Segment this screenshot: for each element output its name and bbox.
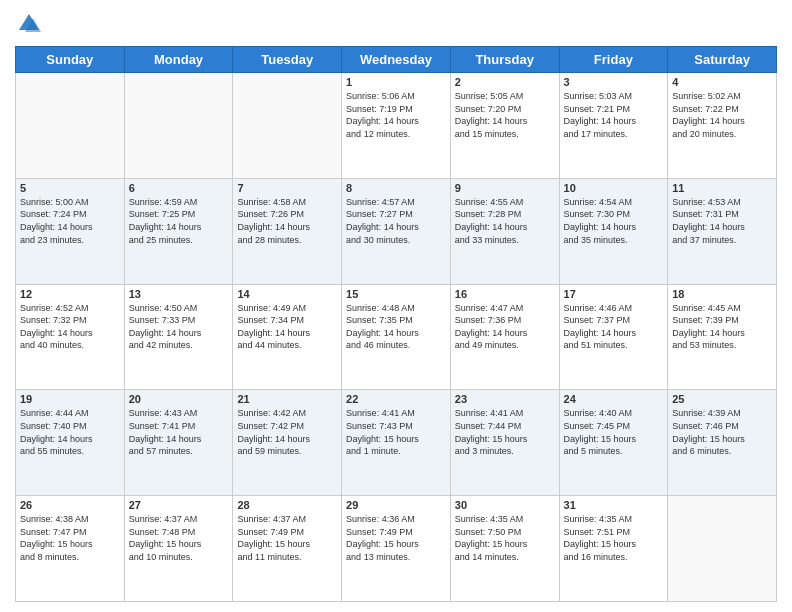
- day-number: 29: [346, 499, 446, 511]
- calendar-cell: 18Sunrise: 4:45 AM Sunset: 7:39 PM Dayli…: [668, 284, 777, 390]
- weekday-header-friday: Friday: [559, 47, 668, 73]
- calendar-cell: 26Sunrise: 4:38 AM Sunset: 7:47 PM Dayli…: [16, 496, 125, 602]
- calendar-week-row: 1Sunrise: 5:06 AM Sunset: 7:19 PM Daylig…: [16, 73, 777, 179]
- calendar-cell: 2Sunrise: 5:05 AM Sunset: 7:20 PM Daylig…: [450, 73, 559, 179]
- day-number: 13: [129, 288, 229, 300]
- logo-icon: [15, 10, 43, 38]
- day-number: 17: [564, 288, 664, 300]
- calendar-cell: 8Sunrise: 4:57 AM Sunset: 7:27 PM Daylig…: [342, 178, 451, 284]
- day-number: 14: [237, 288, 337, 300]
- calendar-week-row: 12Sunrise: 4:52 AM Sunset: 7:32 PM Dayli…: [16, 284, 777, 390]
- day-content: Sunrise: 4:54 AM Sunset: 7:30 PM Dayligh…: [564, 196, 664, 246]
- header: [15, 10, 777, 38]
- day-number: 16: [455, 288, 555, 300]
- calendar-cell: 25Sunrise: 4:39 AM Sunset: 7:46 PM Dayli…: [668, 390, 777, 496]
- day-number: 12: [20, 288, 120, 300]
- calendar-cell: 27Sunrise: 4:37 AM Sunset: 7:48 PM Dayli…: [124, 496, 233, 602]
- day-content: Sunrise: 4:49 AM Sunset: 7:34 PM Dayligh…: [237, 302, 337, 352]
- day-content: Sunrise: 5:05 AM Sunset: 7:20 PM Dayligh…: [455, 90, 555, 140]
- day-number: 11: [672, 182, 772, 194]
- weekday-header-wednesday: Wednesday: [342, 47, 451, 73]
- calendar-cell: 29Sunrise: 4:36 AM Sunset: 7:49 PM Dayli…: [342, 496, 451, 602]
- day-number: 24: [564, 393, 664, 405]
- day-number: 18: [672, 288, 772, 300]
- day-number: 10: [564, 182, 664, 194]
- day-number: 4: [672, 76, 772, 88]
- day-number: 31: [564, 499, 664, 511]
- day-content: Sunrise: 4:55 AM Sunset: 7:28 PM Dayligh…: [455, 196, 555, 246]
- calendar-cell: [16, 73, 125, 179]
- day-number: 28: [237, 499, 337, 511]
- day-content: Sunrise: 5:02 AM Sunset: 7:22 PM Dayligh…: [672, 90, 772, 140]
- day-number: 9: [455, 182, 555, 194]
- day-number: 25: [672, 393, 772, 405]
- calendar-cell: 13Sunrise: 4:50 AM Sunset: 7:33 PM Dayli…: [124, 284, 233, 390]
- day-content: Sunrise: 4:45 AM Sunset: 7:39 PM Dayligh…: [672, 302, 772, 352]
- day-content: Sunrise: 4:48 AM Sunset: 7:35 PM Dayligh…: [346, 302, 446, 352]
- calendar-cell: [124, 73, 233, 179]
- day-content: Sunrise: 4:38 AM Sunset: 7:47 PM Dayligh…: [20, 513, 120, 563]
- day-content: Sunrise: 4:41 AM Sunset: 7:43 PM Dayligh…: [346, 407, 446, 457]
- day-number: 2: [455, 76, 555, 88]
- day-content: Sunrise: 4:44 AM Sunset: 7:40 PM Dayligh…: [20, 407, 120, 457]
- day-content: Sunrise: 5:03 AM Sunset: 7:21 PM Dayligh…: [564, 90, 664, 140]
- day-content: Sunrise: 4:52 AM Sunset: 7:32 PM Dayligh…: [20, 302, 120, 352]
- day-content: Sunrise: 4:57 AM Sunset: 7:27 PM Dayligh…: [346, 196, 446, 246]
- calendar-cell: 17Sunrise: 4:46 AM Sunset: 7:37 PM Dayli…: [559, 284, 668, 390]
- calendar-cell: 12Sunrise: 4:52 AM Sunset: 7:32 PM Dayli…: [16, 284, 125, 390]
- calendar-week-row: 5Sunrise: 5:00 AM Sunset: 7:24 PM Daylig…: [16, 178, 777, 284]
- calendar-cell: 5Sunrise: 5:00 AM Sunset: 7:24 PM Daylig…: [16, 178, 125, 284]
- day-number: 21: [237, 393, 337, 405]
- day-content: Sunrise: 4:37 AM Sunset: 7:49 PM Dayligh…: [237, 513, 337, 563]
- day-content: Sunrise: 4:41 AM Sunset: 7:44 PM Dayligh…: [455, 407, 555, 457]
- calendar-cell: 1Sunrise: 5:06 AM Sunset: 7:19 PM Daylig…: [342, 73, 451, 179]
- day-content: Sunrise: 4:59 AM Sunset: 7:25 PM Dayligh…: [129, 196, 229, 246]
- day-content: Sunrise: 5:00 AM Sunset: 7:24 PM Dayligh…: [20, 196, 120, 246]
- calendar-page: SundayMondayTuesdayWednesdayThursdayFrid…: [0, 0, 792, 612]
- calendar-cell: 10Sunrise: 4:54 AM Sunset: 7:30 PM Dayli…: [559, 178, 668, 284]
- calendar-cell: 19Sunrise: 4:44 AM Sunset: 7:40 PM Dayli…: [16, 390, 125, 496]
- day-content: Sunrise: 4:35 AM Sunset: 7:51 PM Dayligh…: [564, 513, 664, 563]
- calendar-cell: 30Sunrise: 4:35 AM Sunset: 7:50 PM Dayli…: [450, 496, 559, 602]
- calendar-cell: [668, 496, 777, 602]
- calendar-cell: 11Sunrise: 4:53 AM Sunset: 7:31 PM Dayli…: [668, 178, 777, 284]
- day-content: Sunrise: 4:50 AM Sunset: 7:33 PM Dayligh…: [129, 302, 229, 352]
- day-content: Sunrise: 4:46 AM Sunset: 7:37 PM Dayligh…: [564, 302, 664, 352]
- day-number: 6: [129, 182, 229, 194]
- day-content: Sunrise: 4:43 AM Sunset: 7:41 PM Dayligh…: [129, 407, 229, 457]
- day-content: Sunrise: 4:40 AM Sunset: 7:45 PM Dayligh…: [564, 407, 664, 457]
- weekday-header-thursday: Thursday: [450, 47, 559, 73]
- calendar-week-row: 19Sunrise: 4:44 AM Sunset: 7:40 PM Dayli…: [16, 390, 777, 496]
- weekday-header-saturday: Saturday: [668, 47, 777, 73]
- calendar-cell: 14Sunrise: 4:49 AM Sunset: 7:34 PM Dayli…: [233, 284, 342, 390]
- day-number: 22: [346, 393, 446, 405]
- calendar-cell: 7Sunrise: 4:58 AM Sunset: 7:26 PM Daylig…: [233, 178, 342, 284]
- calendar-cell: 15Sunrise: 4:48 AM Sunset: 7:35 PM Dayli…: [342, 284, 451, 390]
- weekday-header-row: SundayMondayTuesdayWednesdayThursdayFrid…: [16, 47, 777, 73]
- calendar-cell: 31Sunrise: 4:35 AM Sunset: 7:51 PM Dayli…: [559, 496, 668, 602]
- calendar-cell: 28Sunrise: 4:37 AM Sunset: 7:49 PM Dayli…: [233, 496, 342, 602]
- calendar-cell: 22Sunrise: 4:41 AM Sunset: 7:43 PM Dayli…: [342, 390, 451, 496]
- day-number: 8: [346, 182, 446, 194]
- calendar-cell: 3Sunrise: 5:03 AM Sunset: 7:21 PM Daylig…: [559, 73, 668, 179]
- day-number: 3: [564, 76, 664, 88]
- calendar-cell: 9Sunrise: 4:55 AM Sunset: 7:28 PM Daylig…: [450, 178, 559, 284]
- calendar-table: SundayMondayTuesdayWednesdayThursdayFrid…: [15, 46, 777, 602]
- day-number: 5: [20, 182, 120, 194]
- day-content: Sunrise: 4:58 AM Sunset: 7:26 PM Dayligh…: [237, 196, 337, 246]
- day-content: Sunrise: 5:06 AM Sunset: 7:19 PM Dayligh…: [346, 90, 446, 140]
- day-number: 23: [455, 393, 555, 405]
- calendar-week-row: 26Sunrise: 4:38 AM Sunset: 7:47 PM Dayli…: [16, 496, 777, 602]
- weekday-header-sunday: Sunday: [16, 47, 125, 73]
- calendar-cell: 6Sunrise: 4:59 AM Sunset: 7:25 PM Daylig…: [124, 178, 233, 284]
- calendar-cell: 21Sunrise: 4:42 AM Sunset: 7:42 PM Dayli…: [233, 390, 342, 496]
- day-number: 27: [129, 499, 229, 511]
- day-content: Sunrise: 4:42 AM Sunset: 7:42 PM Dayligh…: [237, 407, 337, 457]
- weekday-header-monday: Monday: [124, 47, 233, 73]
- day-content: Sunrise: 4:36 AM Sunset: 7:49 PM Dayligh…: [346, 513, 446, 563]
- day-number: 30: [455, 499, 555, 511]
- calendar-cell: [233, 73, 342, 179]
- calendar-cell: 20Sunrise: 4:43 AM Sunset: 7:41 PM Dayli…: [124, 390, 233, 496]
- day-number: 20: [129, 393, 229, 405]
- calendar-cell: 24Sunrise: 4:40 AM Sunset: 7:45 PM Dayli…: [559, 390, 668, 496]
